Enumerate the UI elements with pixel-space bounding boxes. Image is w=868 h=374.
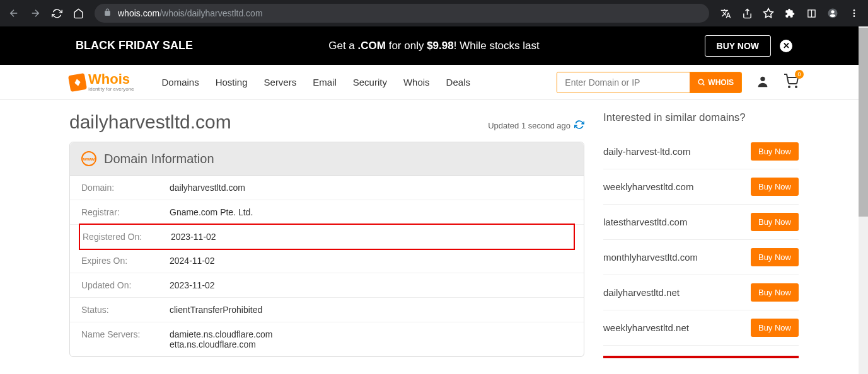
info-row: Name Servers:damiete.ns.cloudflare.com e… [70,322,584,356]
updated-text: Updated 1 second ago [488,121,570,130]
svg-point-10 [796,86,797,88]
account-icon[interactable] [756,74,770,91]
nav-whois[interactable]: Whois [403,77,430,88]
buy-now-button[interactable]: Buy Now [751,283,799,302]
nav-links: Domains Hosting Servers Email Security W… [161,77,470,88]
info-value: dailyharvestltd.com [170,183,245,193]
info-row: Registrar:Gname.com Pte. Ltd. [70,200,584,225]
similar-domain-name: weeklyharvestltd.net [603,322,689,333]
info-label: Updated On: [81,280,170,290]
similar-domain-row: dailyharvestltd.netBuy Now [603,275,799,310]
scrollbar[interactable] [859,26,868,370]
info-value: 2023-11-02 [170,280,215,290]
svg-point-7 [698,79,703,84]
info-value: damiete.ns.cloudflare.com etta.ns.cloudf… [170,329,272,349]
svg-point-3 [831,10,834,13]
window-icon[interactable] [802,4,820,22]
promo-title: BLACK FRIDAY SALE [76,39,193,52]
info-value: Gname.com Pte. Ltd. [170,207,253,217]
browser-toolbar: whois.com/whois/dailyharvestltd.com [0,0,868,26]
bookmark-icon[interactable] [760,4,777,22]
info-row: Status:clientTransferProhibited [70,298,584,322]
info-row: Registered On:2023-11-02 [79,224,575,250]
info-value: clientTransferProhibited [170,305,262,315]
similar-domain-row: latestharvestltd.comBuy Now [603,205,799,240]
updated-info: Updated 1 second ago [488,120,584,132]
forward-button[interactable] [26,4,44,22]
nav-email[interactable]: Email [313,77,337,88]
promo-text: Get a .COM for only $9.98! While stocks … [328,40,540,52]
www-icon: www [81,151,96,166]
share-icon[interactable] [738,4,756,22]
site-header: Whois Identity for everyone Domains Host… [0,65,868,100]
similar-domain-name: dailyharvestltd.net [603,287,680,298]
extensions-icon[interactable] [781,4,799,22]
logo-subtitle: Identity for everyone [88,86,134,92]
svg-point-6 [854,15,855,17]
info-row: Expires On:2024-11-02 [70,249,584,273]
domain-info-card: www Domain Information Domain:dailyharve… [69,142,584,357]
logo-text: Whois [88,72,134,86]
cart-icon[interactable]: 0 [784,74,799,91]
scrollbar-thumb[interactable] [859,28,868,217]
address-bar[interactable]: whois.com/whois/dailyharvestltd.com [95,4,709,23]
similar-domain-name: monthlyharvestltd.com [603,252,698,263]
similar-domain-name: daily-harvest-ltd.com [603,146,690,157]
info-row: Domain:dailyharvestltd.com [70,176,584,200]
back-button[interactable] [5,4,23,22]
similar-domain-row: weeklyharvestltd.netBuy Now [603,310,799,346]
nav-domains[interactable]: Domains [161,77,199,88]
similar-domain-name: latestharvestltd.com [603,217,687,227]
promo-buy-button[interactable]: BUY NOW [705,35,771,57]
info-label: Expires On: [81,256,170,266]
nav-hosting[interactable]: Hosting [216,77,248,88]
buy-now-button[interactable]: Buy Now [751,178,799,196]
info-value: 2023-11-02 [171,232,216,242]
info-label: Registered On: [83,232,171,242]
svg-point-8 [760,76,765,81]
cart-badge: 0 [795,70,804,79]
home-button[interactable] [69,4,87,22]
profile-icon[interactable] [824,4,842,22]
menu-icon[interactable] [845,4,863,22]
sidebar-title: Interested in similar domains? [603,111,799,124]
nav-servers[interactable]: Servers [264,77,297,88]
lock-icon [103,8,112,19]
info-label: Name Servers: [81,329,170,349]
similar-domain-name: weeklyharvestltd.com [603,181,693,192]
svg-point-9 [789,86,790,88]
info-label: Registrar: [81,207,170,217]
search-icon [697,78,705,86]
nav-security[interactable]: Security [353,77,387,88]
url-text: whois.com/whois/dailyharvestltd.com [118,8,263,18]
buy-now-button[interactable]: Buy Now [751,142,799,161]
search-form: WHOIS [557,72,742,93]
red-bar [603,356,799,358]
logo-icon [68,72,87,91]
nav-deals[interactable]: Deals [446,77,470,88]
promo-banner: BLACK FRIDAY SALE Get a .COM for only $9… [0,26,868,65]
promo-close-button[interactable]: ✕ [780,40,792,52]
similar-domain-row: weeklyharvestltd.comBuy Now [603,169,799,205]
search-input[interactable] [557,72,690,93]
info-label: Domain: [81,183,170,193]
translate-icon[interactable] [717,4,734,22]
logo[interactable]: Whois Identity for everyone [69,72,134,92]
search-button[interactable]: WHOIS [690,72,741,93]
refresh-icon[interactable] [574,120,584,132]
similar-domain-row: daily-harvest-ltd.comBuy Now [603,134,799,169]
similar-domain-row: monthlyharvestltd.comBuy Now [603,240,799,275]
page-title: dailyharvestltd.com [69,111,231,133]
card-title: Domain Information [104,152,214,166]
svg-point-5 [854,13,855,14]
info-row: Updated On:2023-11-02 [70,273,584,298]
buy-now-button[interactable]: Buy Now [751,213,799,231]
reload-button[interactable] [48,4,66,22]
buy-now-button[interactable]: Buy Now [751,319,799,337]
svg-point-4 [854,9,855,11]
info-label: Status: [81,305,170,315]
info-value: 2024-11-02 [170,256,215,266]
card-header: www Domain Information [70,142,584,176]
buy-now-button[interactable]: Buy Now [751,248,799,266]
